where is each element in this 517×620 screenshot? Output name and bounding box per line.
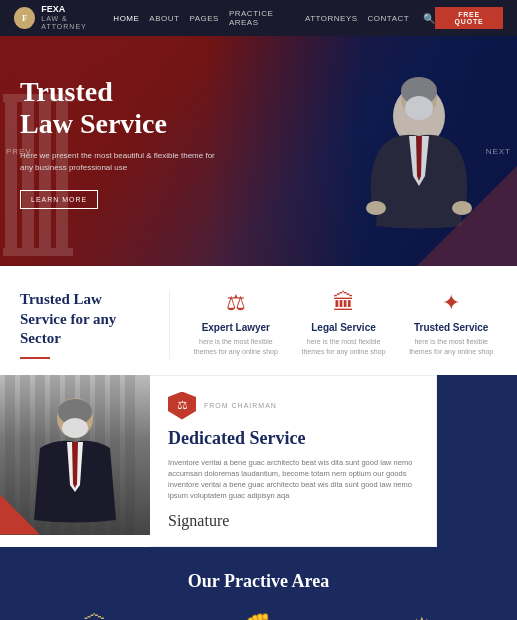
from-chairman-label: FROM CHAIRMAN (204, 402, 277, 409)
nav-links: HOME ABOUT PAGES PRACTICE AREAS ATTORNEY… (113, 9, 435, 27)
hero-title: Trusted Law Service (20, 76, 220, 140)
feature-expert-title: Expert Lawyer (190, 322, 282, 333)
feature-expert-desc: here is the most flexible themes for any… (190, 337, 282, 357)
logo-icon: F (14, 7, 35, 29)
star-icon: ✦ (405, 290, 497, 316)
practice-cards: 🏛 Business Law Again is there ones as lo… (20, 612, 497, 621)
court-icon: 🏛 (298, 290, 390, 316)
search-icon[interactable]: 🔍 (423, 13, 435, 24)
chairman-photo (0, 375, 150, 535)
building-icon: 🏛 (28, 612, 162, 621)
logo-text: FEXA LAW & ATTORNEY (41, 5, 113, 30)
free-quote-button[interactable]: FREE QUOTE (435, 7, 503, 29)
chairman-row: ⚖ FROM CHAIRMAN Dedicated Service Invent… (0, 375, 517, 547)
nav-pages[interactable]: PAGES (189, 14, 218, 23)
hero-subtitle: Here we present the most beautiful & fle… (20, 150, 220, 174)
svg-point-9 (405, 96, 433, 120)
navbar: F FEXA LAW & ATTORNEY HOME ABOUT PAGES P… (0, 0, 517, 36)
chairman-description: Inventore veritai a bene guac architecto… (168, 457, 418, 502)
chairman-signature: Signature (168, 512, 418, 530)
chairman-content: ⚖ FROM CHAIRMAN Dedicated Service Invent… (150, 375, 437, 547)
svg-point-11 (452, 201, 472, 215)
fist-icon: ✊ (192, 612, 326, 621)
practice-card-business-law: 🏛 Business Law Again is there ones as lo… (20, 612, 170, 621)
practice-section-title: Our Practive Area (20, 571, 497, 592)
hero-next-button[interactable]: NEXT (486, 147, 511, 156)
scales-icon: ⚖ (190, 290, 282, 316)
feature-card-legal-service: 🏛 Legal Service here is the most flexibl… (298, 290, 390, 359)
svg-rect-0 (5, 96, 17, 256)
chairman-person-silhouette (20, 380, 130, 535)
hero-prev-button[interactable]: PREV (6, 147, 32, 156)
features-heading: Trusted Law Service for any Sector (20, 290, 170, 359)
hero-section: Trusted Law Service Here we present the … (0, 36, 517, 266)
features-title: Trusted Law Service for any Sector (20, 290, 149, 349)
practice-card-civil-rights: ✊ Civil Rights Again is there ones as lo… (184, 612, 334, 621)
feature-legal-title: Legal Service (298, 322, 390, 333)
feature-card-expert-lawyer: ⚖ Expert Lawyer here is the most flexibl… (190, 290, 282, 359)
features-section: Trusted Law Service for any Sector ⚖ Exp… (0, 266, 517, 375)
features-title-underline (20, 357, 149, 359)
nav-contact[interactable]: CONTACT (368, 14, 410, 23)
svg-point-23 (62, 418, 88, 438)
hero-content: Trusted Law Service Here we present the … (20, 76, 220, 209)
feature-trusted-desc: here is the most flexible themes for any… (405, 337, 497, 357)
chairman-badge: ⚖ FROM CHAIRMAN (168, 392, 418, 420)
logo[interactable]: F FEXA LAW & ATTORNEY (14, 5, 113, 30)
nav-practice-areas[interactable]: PRACTICE AREAS (229, 9, 295, 27)
nav-attorneys[interactable]: ATTORNEYS (305, 14, 358, 23)
learn-more-button[interactable]: LEARN MORE (20, 190, 98, 209)
chairman-section-title: Dedicated Service (168, 428, 418, 449)
scales-practice-icon: ⚖ (355, 612, 489, 621)
nav-about[interactable]: ABOUT (149, 14, 179, 23)
feature-legal-desc: here is the most flexible themes for any… (298, 337, 390, 357)
feature-trusted-title: Trusted Service (405, 322, 497, 333)
svg-rect-5 (3, 248, 73, 256)
practice-card-education-law: ⚖ Education Law Again is there ones as l… (347, 612, 497, 621)
practice-section: Our Practive Area 🏛 Business Law Again i… (0, 547, 517, 621)
red-line-decoration (20, 357, 50, 359)
svg-point-10 (366, 201, 386, 215)
feature-card-trusted-service: ✦ Trusted Service here is the most flexi… (405, 290, 497, 359)
feature-cards-container: ⚖ Expert Lawyer here is the most flexibl… (190, 290, 497, 359)
dark-accent-block (437, 375, 517, 547)
shield-icon: ⚖ (168, 392, 196, 420)
nav-home[interactable]: HOME (113, 14, 139, 23)
